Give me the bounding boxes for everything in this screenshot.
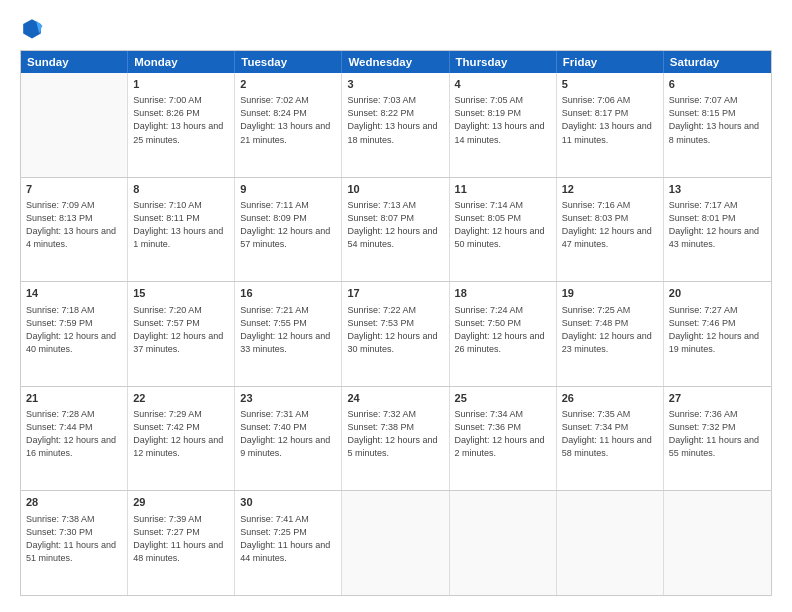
cell-info: Sunrise: 7:28 AMSunset: 7:44 PMDaylight:…	[26, 408, 122, 460]
calendar-cell: 8Sunrise: 7:10 AMSunset: 8:11 PMDaylight…	[128, 178, 235, 282]
calendar-cell: 22Sunrise: 7:29 AMSunset: 7:42 PMDayligh…	[128, 387, 235, 491]
calendar-cell: 10Sunrise: 7:13 AMSunset: 8:07 PMDayligh…	[342, 178, 449, 282]
cell-info: Sunrise: 7:32 AMSunset: 7:38 PMDaylight:…	[347, 408, 443, 460]
logo-icon	[20, 16, 44, 40]
day-number: 13	[669, 182, 766, 197]
calendar-cell: 15Sunrise: 7:20 AMSunset: 7:57 PMDayligh…	[128, 282, 235, 386]
calendar-cell: 5Sunrise: 7:06 AMSunset: 8:17 PMDaylight…	[557, 73, 664, 177]
calendar-cell: 21Sunrise: 7:28 AMSunset: 7:44 PMDayligh…	[21, 387, 128, 491]
cell-info: Sunrise: 7:09 AMSunset: 8:13 PMDaylight:…	[26, 199, 122, 251]
cell-info: Sunrise: 7:10 AMSunset: 8:11 PMDaylight:…	[133, 199, 229, 251]
page: SundayMondayTuesdayWednesdayThursdayFrid…	[0, 0, 792, 612]
cell-info: Sunrise: 7:02 AMSunset: 8:24 PMDaylight:…	[240, 94, 336, 146]
calendar: SundayMondayTuesdayWednesdayThursdayFrid…	[20, 50, 772, 596]
day-number: 8	[133, 182, 229, 197]
cell-info: Sunrise: 7:35 AMSunset: 7:34 PMDaylight:…	[562, 408, 658, 460]
calendar-cell: 11Sunrise: 7:14 AMSunset: 8:05 PMDayligh…	[450, 178, 557, 282]
weekday-header-friday: Friday	[557, 51, 664, 73]
calendar-cell	[557, 491, 664, 595]
calendar-cell: 13Sunrise: 7:17 AMSunset: 8:01 PMDayligh…	[664, 178, 771, 282]
day-number: 4	[455, 77, 551, 92]
day-number: 7	[26, 182, 122, 197]
cell-info: Sunrise: 7:25 AMSunset: 7:48 PMDaylight:…	[562, 304, 658, 356]
calendar-row-2: 14Sunrise: 7:18 AMSunset: 7:59 PMDayligh…	[21, 281, 771, 386]
cell-info: Sunrise: 7:16 AMSunset: 8:03 PMDaylight:…	[562, 199, 658, 251]
day-number: 24	[347, 391, 443, 406]
calendar-row-3: 21Sunrise: 7:28 AMSunset: 7:44 PMDayligh…	[21, 386, 771, 491]
day-number: 17	[347, 286, 443, 301]
calendar-cell: 28Sunrise: 7:38 AMSunset: 7:30 PMDayligh…	[21, 491, 128, 595]
cell-info: Sunrise: 7:07 AMSunset: 8:15 PMDaylight:…	[669, 94, 766, 146]
calendar-cell	[664, 491, 771, 595]
calendar-cell	[450, 491, 557, 595]
calendar-header-row: SundayMondayTuesdayWednesdayThursdayFrid…	[21, 51, 771, 73]
cell-info: Sunrise: 7:22 AMSunset: 7:53 PMDaylight:…	[347, 304, 443, 356]
calendar-cell: 4Sunrise: 7:05 AMSunset: 8:19 PMDaylight…	[450, 73, 557, 177]
calendar-cell	[342, 491, 449, 595]
cell-info: Sunrise: 7:06 AMSunset: 8:17 PMDaylight:…	[562, 94, 658, 146]
weekday-header-thursday: Thursday	[450, 51, 557, 73]
day-number: 21	[26, 391, 122, 406]
day-number: 27	[669, 391, 766, 406]
cell-info: Sunrise: 7:03 AMSunset: 8:22 PMDaylight:…	[347, 94, 443, 146]
day-number: 14	[26, 286, 122, 301]
day-number: 25	[455, 391, 551, 406]
cell-info: Sunrise: 7:36 AMSunset: 7:32 PMDaylight:…	[669, 408, 766, 460]
day-number: 11	[455, 182, 551, 197]
day-number: 2	[240, 77, 336, 92]
cell-info: Sunrise: 7:20 AMSunset: 7:57 PMDaylight:…	[133, 304, 229, 356]
cell-info: Sunrise: 7:13 AMSunset: 8:07 PMDaylight:…	[347, 199, 443, 251]
cell-info: Sunrise: 7:21 AMSunset: 7:55 PMDaylight:…	[240, 304, 336, 356]
cell-info: Sunrise: 7:18 AMSunset: 7:59 PMDaylight:…	[26, 304, 122, 356]
cell-info: Sunrise: 7:05 AMSunset: 8:19 PMDaylight:…	[455, 94, 551, 146]
day-number: 5	[562, 77, 658, 92]
day-number: 30	[240, 495, 336, 510]
day-number: 20	[669, 286, 766, 301]
calendar-cell: 12Sunrise: 7:16 AMSunset: 8:03 PMDayligh…	[557, 178, 664, 282]
cell-info: Sunrise: 7:24 AMSunset: 7:50 PMDaylight:…	[455, 304, 551, 356]
day-number: 18	[455, 286, 551, 301]
day-number: 10	[347, 182, 443, 197]
calendar-row-4: 28Sunrise: 7:38 AMSunset: 7:30 PMDayligh…	[21, 490, 771, 595]
cell-info: Sunrise: 7:29 AMSunset: 7:42 PMDaylight:…	[133, 408, 229, 460]
calendar-cell: 14Sunrise: 7:18 AMSunset: 7:59 PMDayligh…	[21, 282, 128, 386]
cell-info: Sunrise: 7:11 AMSunset: 8:09 PMDaylight:…	[240, 199, 336, 251]
day-number: 15	[133, 286, 229, 301]
weekday-header-monday: Monday	[128, 51, 235, 73]
calendar-cell: 6Sunrise: 7:07 AMSunset: 8:15 PMDaylight…	[664, 73, 771, 177]
cell-info: Sunrise: 7:38 AMSunset: 7:30 PMDaylight:…	[26, 513, 122, 565]
day-number: 16	[240, 286, 336, 301]
calendar-cell: 26Sunrise: 7:35 AMSunset: 7:34 PMDayligh…	[557, 387, 664, 491]
day-number: 12	[562, 182, 658, 197]
calendar-cell: 2Sunrise: 7:02 AMSunset: 8:24 PMDaylight…	[235, 73, 342, 177]
cell-info: Sunrise: 7:34 AMSunset: 7:36 PMDaylight:…	[455, 408, 551, 460]
calendar-cell: 17Sunrise: 7:22 AMSunset: 7:53 PMDayligh…	[342, 282, 449, 386]
calendar-body: 1Sunrise: 7:00 AMSunset: 8:26 PMDaylight…	[21, 73, 771, 595]
day-number: 22	[133, 391, 229, 406]
calendar-cell: 7Sunrise: 7:09 AMSunset: 8:13 PMDaylight…	[21, 178, 128, 282]
day-number: 9	[240, 182, 336, 197]
calendar-cell: 1Sunrise: 7:00 AMSunset: 8:26 PMDaylight…	[128, 73, 235, 177]
calendar-cell: 20Sunrise: 7:27 AMSunset: 7:46 PMDayligh…	[664, 282, 771, 386]
cell-info: Sunrise: 7:27 AMSunset: 7:46 PMDaylight:…	[669, 304, 766, 356]
calendar-cell: 19Sunrise: 7:25 AMSunset: 7:48 PMDayligh…	[557, 282, 664, 386]
calendar-cell: 27Sunrise: 7:36 AMSunset: 7:32 PMDayligh…	[664, 387, 771, 491]
cell-info: Sunrise: 7:39 AMSunset: 7:27 PMDaylight:…	[133, 513, 229, 565]
calendar-cell: 24Sunrise: 7:32 AMSunset: 7:38 PMDayligh…	[342, 387, 449, 491]
day-number: 3	[347, 77, 443, 92]
header	[20, 16, 772, 40]
cell-info: Sunrise: 7:14 AMSunset: 8:05 PMDaylight:…	[455, 199, 551, 251]
calendar-cell: 18Sunrise: 7:24 AMSunset: 7:50 PMDayligh…	[450, 282, 557, 386]
cell-info: Sunrise: 7:31 AMSunset: 7:40 PMDaylight:…	[240, 408, 336, 460]
day-number: 19	[562, 286, 658, 301]
day-number: 29	[133, 495, 229, 510]
cell-info: Sunrise: 7:00 AMSunset: 8:26 PMDaylight:…	[133, 94, 229, 146]
day-number: 28	[26, 495, 122, 510]
cell-info: Sunrise: 7:41 AMSunset: 7:25 PMDaylight:…	[240, 513, 336, 565]
calendar-row-1: 7Sunrise: 7:09 AMSunset: 8:13 PMDaylight…	[21, 177, 771, 282]
calendar-cell: 3Sunrise: 7:03 AMSunset: 8:22 PMDaylight…	[342, 73, 449, 177]
calendar-cell: 23Sunrise: 7:31 AMSunset: 7:40 PMDayligh…	[235, 387, 342, 491]
weekday-header-sunday: Sunday	[21, 51, 128, 73]
calendar-cell: 25Sunrise: 7:34 AMSunset: 7:36 PMDayligh…	[450, 387, 557, 491]
day-number: 26	[562, 391, 658, 406]
